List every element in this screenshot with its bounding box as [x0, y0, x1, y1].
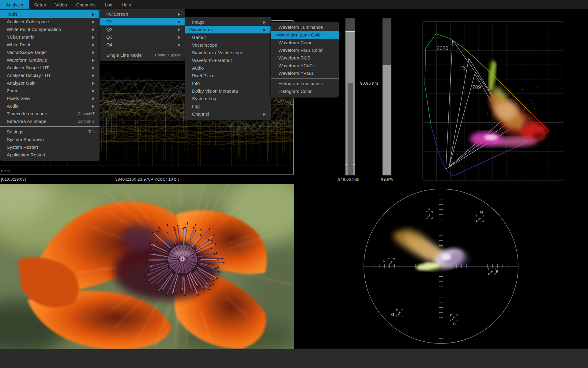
submenu-arrow-icon: ▶: [92, 20, 95, 24]
menu-item-application-restart[interactable]: Application Restart: [0, 151, 100, 159]
tools-submenu: FullScreen▶Q1▶Q2▶Q3▶Q4▶Single Line ModeC…: [100, 9, 185, 61]
menu-item-label: Waveform Luminance: [278, 25, 323, 30]
menu-item-analyzer-scope-lut[interactable]: Analyzer Scope LUT▶: [0, 64, 100, 71]
menubar-item-channels[interactable]: Channels: [72, 0, 100, 9]
submenu-arrow-icon: ▶: [263, 28, 266, 32]
menubar-item-help[interactable]: Help: [117, 0, 136, 9]
menu-item-waveform-rgb-color[interactable]: Waveform RGB Color: [271, 46, 339, 54]
gamut-label-709: 709: [472, 84, 481, 90]
menubar-item-log[interactable]: Log: [100, 0, 117, 9]
menu-item-vectorscope[interactable]: Vectorscope: [185, 41, 271, 49]
submenu-arrow-icon: ▶: [178, 20, 180, 24]
nits-meter-inner-column: [348, 83, 353, 175]
menubar-item-setup[interactable]: Setup: [29, 0, 51, 9]
bottom-bar: [0, 349, 588, 368]
vectorscope-target-m: [477, 215, 483, 222]
menu-item-system-restart[interactable]: System Restart: [0, 143, 100, 151]
menu-item-single-line-mode[interactable]: Single Line ModeControl+Space: [100, 51, 185, 59]
submenu-arrow-icon: ▶: [92, 66, 95, 70]
menu-item-white-point[interactable]: White Point▶: [0, 41, 100, 48]
menu-item-zoom[interactable]: Zoom▶: [0, 87, 100, 94]
menu-item-dolby-vision-metadata[interactable]: Dolby Vision Metadata: [185, 87, 271, 95]
menu-item-waveform-gamut[interactable]: Waveform + Gamut: [185, 56, 271, 64]
menu-item-shortcut: Tab: [89, 130, 95, 134]
menu-item-label: Q3: [106, 34, 112, 40]
menubar-item-video[interactable]: Video: [51, 0, 72, 9]
petal-dark-blotch: [121, 225, 158, 250]
menu-item-histogram-color[interactable]: Histogram Color: [271, 87, 339, 95]
menu-item-waveform-rgb[interactable]: Waveform RGB: [271, 54, 339, 62]
menu-item-timecode-on-image[interactable]: Timecode on ImageControl+T: [0, 110, 100, 117]
menu-item-q2[interactable]: Q2▶: [100, 25, 185, 33]
menu-item-audio[interactable]: Audio▶: [0, 102, 100, 110]
menu-item-pixels-view[interactable]: Pixels View▶: [0, 94, 100, 102]
menu-item-label: System Shutdown: [7, 137, 44, 142]
menu-item-ycbcr-matrix[interactable]: YCbCr Matrix▶: [0, 33, 100, 41]
menu-item-waveform-graticule[interactable]: Waveform Graticule▶: [0, 56, 100, 64]
menu-item-waveform-lumi-color[interactable]: +Waveform Lumi Color: [271, 31, 339, 39]
menu-item-label: Timecode on Image: [7, 111, 47, 116]
menu-item-q3[interactable]: Q3▶: [100, 33, 185, 41]
menu-item-label: Q1: [106, 19, 112, 24]
menu-item-label: +Waveform Lumi Color: [275, 32, 322, 37]
menu-item-label: Waveform YRGB: [278, 71, 313, 76]
menu-item-waveform-vectorscope[interactable]: Waveform + Vectorscope: [185, 49, 271, 56]
vectorscope-target-letter-m: M: [480, 210, 483, 214]
menu-item-label: Pixels View: [7, 96, 30, 101]
menu-item-log[interactable]: Log: [185, 102, 271, 110]
vectorscope-target-y: [388, 259, 395, 265]
menu-item-analyzer-gain[interactable]: Analyzer Gain▶: [0, 79, 100, 87]
menu-item-analyzer-colorspace[interactable]: Analyzer Colorspace▶: [0, 18, 100, 25]
menu-item-safearea-on-image[interactable]: SafeArea on ImageControl+S: [0, 117, 100, 125]
picture-panel[interactable]: [0, 184, 294, 350]
menu-item-analyzer-display-lut[interactable]: Analyzer Display LUT▶: [0, 71, 100, 79]
menu-item-settings[interactable]: Settings...Tab: [0, 128, 100, 136]
menu-item-label: Zoom: [7, 88, 18, 93]
menu-item-label: Image: [192, 19, 205, 25]
menu-item-gamut[interactable]: Gamut: [185, 33, 271, 41]
menu-item-info[interactable]: Info: [185, 79, 271, 87]
menu-item-waveform-ycbcr[interactable]: Waveform YCbCr: [271, 62, 339, 69]
menu-item-channel[interactable]: Channel▶: [185, 110, 271, 118]
submenu-arrow-icon: ▶: [92, 73, 95, 77]
menu-item-label: Waveform + Gamut: [192, 58, 232, 63]
menu-item-fullscreen[interactable]: FullScreen▶: [100, 10, 185, 18]
menu-item-vectorscope-target[interactable]: VectorScope Target▶: [0, 48, 100, 56]
menu-item-image[interactable]: Image▶: [185, 18, 271, 26]
menu-item-label: White Point Compensation: [7, 27, 61, 32]
vectorscope-panel[interactable]: RMYBGC: [294, 184, 588, 368]
menu-bar: AnalyzerSetupVideoChannelsLogHelp: [0, 0, 588, 9]
menu-separator: [0, 126, 100, 127]
menu-item-waveform-yrgb[interactable]: Waveform YRGB: [271, 69, 339, 77]
menubar-item-analyzer[interactable]: Analyzer: [0, 0, 29, 9]
video-format-readout: 3840x2160 23.976P YCbCr 10 bit: [0, 177, 294, 182]
menu-item-label: Audio: [192, 65, 204, 71]
menu-item-label: Channel: [192, 111, 209, 117]
menu-item-waveform-luminance[interactable]: Waveform Luminance: [271, 23, 339, 31]
menu-item-label: Waveform RGB: [278, 55, 310, 60]
nits-meter-bar[interactable]: [345, 18, 355, 175]
vectorscope-target-c: [450, 314, 457, 321]
menu-item-white-point-compensation[interactable]: White Point Compensation▶: [0, 25, 100, 33]
menu-item-pixel-picker[interactable]: Pixel Picker: [185, 72, 271, 79]
nits-current-label: 90.95 nits: [360, 81, 379, 86]
menu-item-system-shutdown[interactable]: System Shutdown: [0, 136, 100, 143]
percent-meter-bar[interactable]: [383, 18, 391, 175]
submenu-arrow-icon: ▶: [92, 89, 95, 93]
menu-item-q4[interactable]: Q4▶: [100, 41, 185, 48]
menu-item-tools[interactable]: Tools▶: [0, 10, 100, 18]
vectorscope-target-b: [488, 268, 495, 275]
nits-peak-label: 949.66 nits: [338, 177, 359, 182]
q1-submenu: Image▶+Waveform▶GamutVectorscopeWaveform…: [185, 17, 271, 120]
menu-item-waveform-color[interactable]: Waveform Color: [271, 39, 339, 46]
submenu-arrow-icon: ▶: [92, 58, 95, 62]
gamut-data-cloud: [470, 60, 547, 147]
menu-item-q1[interactable]: Q1▶: [100, 18, 185, 25]
menu-item-label: Tools: [7, 11, 17, 17]
menu-item-system-log[interactable]: System Log: [185, 95, 271, 102]
menu-item-histogram-luminance[interactable]: Histogram Luminance: [271, 80, 339, 87]
menu-item-waveform[interactable]: +Waveform▶: [185, 26, 271, 33]
menu-separator: [271, 78, 339, 79]
menu-item-label: Q2: [106, 27, 112, 32]
menu-item-audio[interactable]: Audio: [185, 64, 271, 72]
